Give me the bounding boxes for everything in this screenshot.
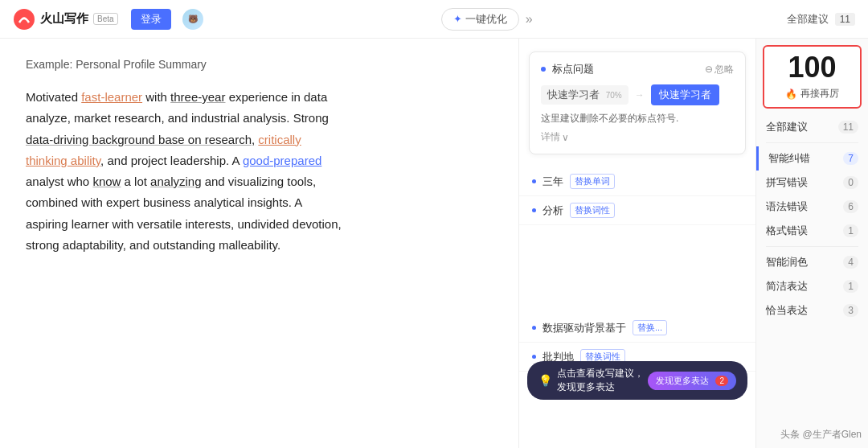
word-suggestion[interactable]: 快速学习者 [651,84,719,105]
item-tag: 替换... [633,320,667,335]
right-panel: 100 🔥 再接再厉 全部建议 11 智能纠错 7 拼写错误 0 语法错误 6 … [755,39,868,448]
dot-icon [532,208,536,212]
card-dot-icon [541,67,546,72]
cat-count: 11 [838,121,858,134]
content-text: aspiring learner with versatile interest… [26,217,342,231]
thinking-text: thinking ability [26,154,100,167]
content-text: analyze, market research, and industrial… [26,111,329,125]
category-spelling[interactable]: 拼写错误 0 [756,171,868,195]
content-text: a lot [121,175,150,188]
main-area: Example: Personal Profile Summary Motiva… [0,39,868,448]
discover-badge: 2 [715,376,728,386]
word-compare: 快速学习者 70% → 快速学习者 [541,84,734,105]
login-button[interactable]: 登录 [131,9,171,30]
dot-icon [532,179,536,183]
logo-icon [13,8,35,31]
suggestions-count: 11 [835,13,855,26]
cat-count: 4 [843,256,858,269]
divider [766,142,858,143]
content-text: Motivated [26,90,81,104]
suggestions-label: 全部建议 [787,12,829,27]
cat-label: 格式错误 [766,224,808,238]
fast-learner-highlight: fast-learner [81,90,142,104]
nav-center: ✦ 一键优化 » [441,8,533,31]
fire-icon: 🔥 [785,88,797,100]
category-all[interactable]: 全部建议 11 [756,115,868,139]
doc-content: Motivated fast-learner with three-year e… [26,87,460,256]
top-navigation: 火山写作 Beta 登录 🐻 ✦ 一键优化 » 全部建议 11 [0,0,868,39]
cat-label: 拼写错误 [766,175,808,190]
suggestion-card: 标点问题 ⊖ 忽略 快速学习者 70% → 快速学习者 这里建议删除不必要的标点… [529,51,746,154]
content-text: with [142,90,170,104]
content-text: strong adaptability, and outstanding mal… [26,238,280,252]
card-description: 这里建议删除不必要的标点符号. [541,112,734,125]
action-label: 再接再厉 [800,87,839,101]
doc-title: Example: Personal Profile Summary [26,58,493,71]
bulb-icon: 💡 [538,374,552,387]
middle-panel: 标点问题 ⊖ 忽略 快速学习者 70% → 快速学习者 这里建议删除不必要的标点… [518,39,755,448]
ignore-label: 忽略 [714,63,734,76]
suggestion-item-fenxi[interactable]: 分析 替换词性 [519,196,755,225]
cat-count: 6 [843,200,858,213]
item-tag: 替换词性 [570,203,615,218]
content-text: analyst who [26,175,92,188]
cat-label: 恰当表达 [766,303,808,318]
avatar[interactable]: 🐻 [182,9,203,30]
card-title: 标点问题 [552,62,594,76]
category-smart-correction[interactable]: 智能纠错 7 [756,146,868,171]
suggestion-item-sannian[interactable]: 三年 替换单词 [519,167,755,196]
know-text: know [92,175,121,188]
content-text: , and project leadership. A [100,154,243,167]
nav-right: 全部建议 11 [787,12,855,27]
data-driving-text: data-driving background base on research… [26,133,255,146]
cat-label: 语法错误 [766,199,808,214]
score-box: 100 🔥 再接再厉 [763,45,862,109]
critically-text: critically [258,133,301,146]
cat-label: 全部建议 [766,120,808,134]
discover-button[interactable]: 发现更多表达 2 [648,372,736,390]
item-text: 数据驱动背景基于 [542,321,626,335]
beta-badge: Beta [93,13,118,25]
category-polish[interactable]: 智能润色 4 [756,250,868,274]
ignore-button[interactable]: ⊖ 忽略 [705,63,734,76]
dot-icon [532,326,536,330]
category-concise[interactable]: 简洁表达 1 [756,274,868,298]
watermark: 头条 @生产者Glen [780,428,862,442]
cat-count: 7 [843,152,858,165]
logo-text: 火山写作 [40,11,88,27]
cat-count: 1 [843,224,858,237]
detail-link[interactable]: 详情 ∨ [541,130,734,144]
arrow-icon: → [635,89,645,101]
editor-area: Example: Personal Profile Summary Motiva… [0,39,518,448]
ignore-icon: ⊖ [705,64,713,75]
word-percent: 70% [606,91,622,100]
optimize-label: 一键优化 [465,12,507,27]
logo-area: 火山写作 Beta 登录 🐻 [13,8,203,31]
content-text: and visualizing tools, [202,175,317,188]
tooltip-bar: 💡 点击查看改写建议，发现更多表达 发现更多表达 2 [527,361,747,400]
analyzing-text: analyzing [150,175,201,188]
score-number: 100 [774,53,850,82]
score-action: 🔥 再接再厉 [774,87,850,101]
cat-count: 3 [843,304,858,317]
dot-icon [532,355,536,359]
card-header: 标点问题 ⊖ 忽略 [541,62,734,76]
item-text: 分析 [542,203,563,218]
cat-count: 1 [843,280,858,293]
word-original: 快速学习者 70% [541,85,628,105]
cat-label: 智能润色 [766,255,808,269]
suggestion-item-data[interactable]: 数据驱动背景基于 替换... [519,314,755,343]
cat-count: 0 [843,176,858,189]
item-text: 三年 [542,175,563,189]
divider [766,246,858,247]
category-grammar[interactable]: 语法错误 6 [756,195,868,219]
category-appropriate[interactable]: 恰当表达 3 [756,298,868,323]
star-icon: ✦ [453,13,462,25]
category-format[interactable]: 格式错误 1 [756,219,868,243]
item-tag: 替换单词 [570,174,615,189]
cat-label: 智能纠错 [768,151,810,166]
optimize-button[interactable]: ✦ 一键优化 [441,8,519,31]
cat-label: 简洁表达 [766,279,808,294]
expand-button[interactable]: » [526,12,533,27]
three-year-text: three-year [170,90,225,104]
